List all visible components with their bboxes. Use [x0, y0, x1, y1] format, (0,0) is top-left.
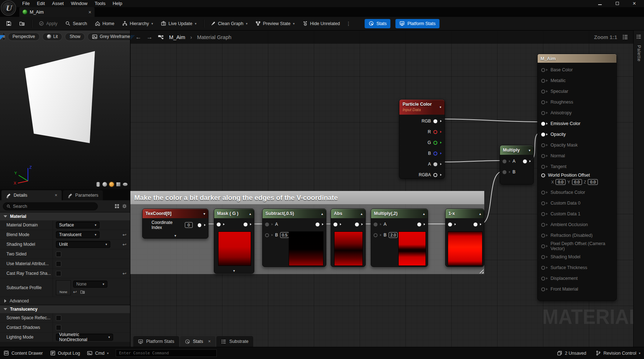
input-pin[interactable] [541, 154, 545, 158]
forward-arrow-icon[interactable]: → [146, 34, 153, 41]
input-pin[interactable] [541, 68, 545, 72]
multiply2-b-field[interactable]: 2.0 [389, 232, 398, 238]
input-pin[interactable] [541, 100, 545, 104]
input-pin[interactable] [217, 222, 221, 226]
result-pin-pixel-depth-offset-camera-vector[interactable]: Pixel Depth Offset (Camera Vector) [538, 241, 616, 252]
chevron-down-icon[interactable]: ▾ [203, 212, 205, 216]
lit-button[interactable]: Lit [42, 33, 63, 41]
perspective-button[interactable]: Perspective [8, 33, 40, 41]
preview-state-button[interactable]: Preview State▾ [252, 19, 298, 29]
input-pin[interactable] [541, 244, 545, 248]
node-particle-color[interactable]: Particle Color Input Data ▾ RGBRGBARGBA [399, 99, 445, 179]
output-pin[interactable] [244, 222, 247, 226]
input-pin[interactable] [333, 222, 337, 226]
input-pin-a[interactable] [503, 159, 506, 163]
particle-pin-r[interactable]: R [399, 126, 444, 137]
input-pin[interactable] [541, 111, 545, 115]
wpo-field-y[interactable]: 0.0 [572, 179, 582, 185]
section-translucency[interactable]: Translucency [0, 305, 130, 313]
output-pin[interactable] [433, 119, 437, 123]
chevron-up-icon[interactable]: ▴ [423, 212, 425, 216]
particle-pin-a[interactable]: A [399, 159, 444, 169]
tab-parameters[interactable]: Parameters [63, 190, 103, 200]
maximize-button[interactable] [613, 1, 621, 6]
show-button[interactable]: Show [65, 33, 85, 41]
result-pin-base-color[interactable]: Base Color [538, 64, 616, 75]
input-pin[interactable] [541, 143, 545, 147]
result-pin-displacement[interactable]: Displacement [538, 273, 616, 284]
input-pin-a[interactable] [374, 222, 378, 226]
output-pin[interactable] [433, 173, 437, 177]
wpo-field-z[interactable]: 0.0 [588, 179, 598, 185]
details-search-input[interactable]: Search [3, 202, 98, 210]
result-pin-normal[interactable]: Normal [538, 150, 616, 161]
hierarchy-button[interactable]: Hierarchy▾ [119, 19, 156, 29]
result-pin-ambient-occlusion[interactable]: Ambient Occlusion [538, 219, 616, 230]
particle-pin-g[interactable]: G [399, 137, 444, 148]
chevron-down-icon[interactable]: ▾ [529, 148, 530, 152]
input-pin[interactable] [541, 122, 545, 126]
particle-pin-rgb[interactable]: RGB [399, 116, 444, 126]
breadcrumb-asset[interactable]: M_Aim [169, 34, 185, 40]
chevron-down-icon[interactable]: ▾ [439, 105, 441, 109]
console-command-input[interactable]: Enter Console Command [116, 349, 217, 357]
plane-mesh-button[interactable] [109, 182, 114, 187]
input-pin[interactable] [541, 79, 545, 83]
material-graph-canvas[interactable]: MATERIAL Make the color a bit darker alo… [130, 30, 633, 347]
node-subtract[interactable]: Subtract(,0.5) ▴ A B 0.5 [262, 209, 326, 267]
graph-options-icon[interactable] [622, 34, 628, 40]
output-pin[interactable] [316, 222, 319, 226]
input-pin[interactable] [541, 255, 545, 259]
wireframe-button[interactable]: Grey Wireframe [87, 33, 130, 41]
chevron-up-icon[interactable]: ▴ [479, 212, 481, 216]
result-pin-emissive-color[interactable]: Emissive Color [538, 118, 616, 129]
result-pin-roughness[interactable]: Roughness [538, 97, 616, 107]
output-pin[interactable] [433, 152, 437, 155]
result-pin-anisotropy[interactable]: Anisotropy [538, 107, 616, 118]
chevron-up-icon[interactable]: ▴ [249, 212, 251, 216]
result-pin-tangent[interactable]: Tangent [538, 161, 616, 172]
search-button[interactable]: Search [62, 19, 90, 29]
menu-edit[interactable]: Edit [33, 0, 48, 7]
use-selected-icon[interactable]: ↩ [73, 289, 77, 295]
output-pin[interactable] [474, 222, 477, 226]
browse-button[interactable] [16, 19, 28, 29]
input-pin-a[interactable] [265, 222, 269, 226]
two-sided-checkbox[interactable] [56, 252, 61, 257]
minimize-button[interactable] [596, 1, 604, 6]
section-material[interactable]: Material [0, 212, 130, 220]
result-pin-world-position-offset[interactable]: World Position OffsetX0.0Y0.0Z0.0 [538, 172, 616, 187]
particle-color-header[interactable]: Particle Color Input Data ▾ [399, 100, 444, 115]
coordinate-index-field[interactable]: 0 [185, 222, 193, 228]
hide-unrelated-button[interactable]: Hide Unrelated [299, 19, 343, 29]
display-options-icon[interactable] [114, 204, 120, 209]
reset-to-default-icon[interactable]: ↩ [122, 271, 126, 276]
node-multiply2[interactable]: Multiply(,2) ▴ A B 2.0 [371, 209, 428, 267]
clean-graph-button[interactable]: Clean Graph▾ [207, 19, 251, 29]
breadcrumb-page[interactable]: Material Graph [197, 34, 231, 40]
subsurface-profile-dropdown[interactable]: None▾ [73, 281, 107, 288]
output-pin[interactable] [433, 130, 437, 134]
output-pin[interactable] [355, 222, 359, 226]
tab-details[interactable]: Details × [1, 190, 62, 200]
back-arrow-icon[interactable]: ← [135, 34, 141, 41]
screen-space-reflec-checkbox[interactable] [56, 315, 61, 321]
result-pin-surface-thickness[interactable]: Surface Thickness [538, 262, 616, 273]
input-pin[interactable] [541, 173, 545, 177]
unreal-logo[interactable]: U [1, 0, 16, 16]
output-log-button[interactable]: Output Log [50, 350, 80, 356]
output-pin[interactable] [523, 159, 527, 163]
input-pin[interactable] [541, 90, 545, 94]
home-button[interactable]: Home [92, 19, 117, 29]
tab-platform-stats[interactable]: Platform Stats [133, 336, 179, 347]
content-drawer-button[interactable]: Content Drawer [4, 350, 43, 356]
result-pin-opacity-mask[interactable]: Opacity Mask [538, 140, 616, 150]
node-multiply[interactable]: Multiply ▾ A B [500, 145, 534, 185]
input-pin[interactable] [541, 266, 545, 270]
material-domain-dropdown[interactable]: Surface▾ [56, 221, 100, 229]
input-pin[interactable] [541, 191, 545, 195]
input-pin[interactable] [541, 277, 545, 281]
output-pin[interactable] [417, 222, 421, 226]
result-pin-front-material[interactable]: Front Material [538, 284, 616, 295]
input-pin-b[interactable] [503, 170, 506, 174]
